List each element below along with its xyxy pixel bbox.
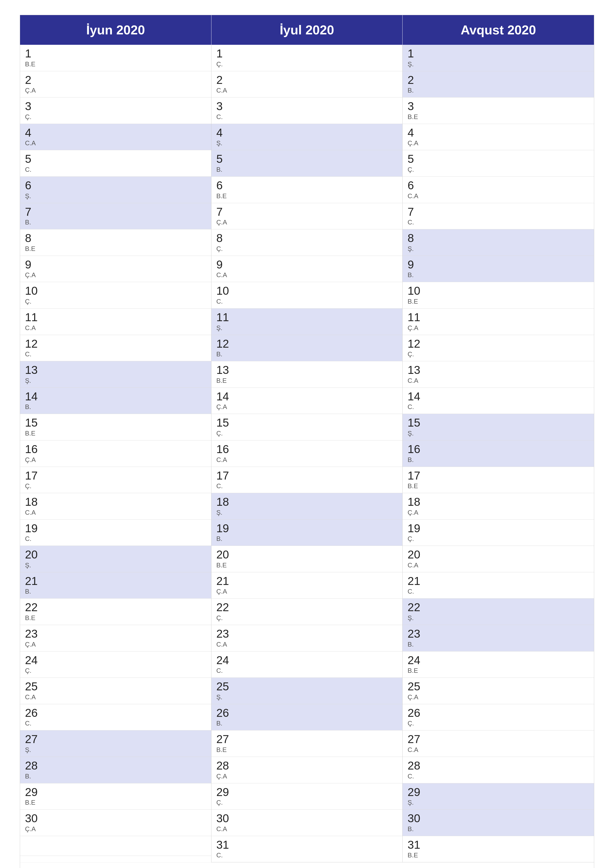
day-number: 19 bbox=[216, 522, 398, 535]
day-abbreviation: Ç.A bbox=[407, 509, 589, 516]
day-abbreviation: C. bbox=[25, 719, 206, 727]
day-cell: 26Ç. bbox=[403, 704, 594, 731]
day-cell: 23C.A bbox=[211, 625, 403, 651]
day-abbreviation: Ç. bbox=[216, 429, 398, 437]
calendar-container: İyun 2020İyul 2020Avqust 2020 1B.E2Ç.A3Ç… bbox=[20, 15, 594, 868]
day-number: 27 bbox=[407, 733, 589, 746]
day-abbreviation: B.E bbox=[407, 851, 589, 859]
day-number: 5 bbox=[407, 153, 589, 165]
day-cell: 30C.A bbox=[211, 810, 403, 836]
day-number: 2 bbox=[407, 74, 589, 86]
day-abbreviation: B. bbox=[25, 587, 206, 595]
day-cell: 6Ş. bbox=[20, 177, 211, 203]
day-cell: 11Ş. bbox=[211, 308, 403, 335]
day-cell: 17C. bbox=[211, 467, 403, 493]
day-number: 12 bbox=[25, 338, 206, 350]
day-cell: 17Ç. bbox=[20, 467, 211, 493]
day-number: 1 bbox=[25, 47, 206, 60]
day-number: 6 bbox=[407, 179, 589, 192]
day-cell: 28C. bbox=[403, 757, 594, 783]
day-cell: 18C.A bbox=[20, 493, 211, 519]
day-abbreviation: C.A bbox=[216, 271, 398, 279]
day-number: 28 bbox=[25, 760, 206, 772]
day-number: 18 bbox=[25, 496, 206, 508]
day-cell: 15Ş. bbox=[403, 414, 594, 440]
calendar-header: İyun 2020İyul 2020Avqust 2020 bbox=[20, 15, 594, 45]
day-number: 18 bbox=[216, 496, 398, 508]
day-cell: 9C.A bbox=[211, 256, 403, 282]
day-abbreviation: Ç.A bbox=[25, 641, 206, 648]
day-cell: 18Ç.A bbox=[403, 493, 594, 519]
day-abbreviation: C. bbox=[407, 219, 589, 226]
day-col-1: 1Ç.2C.A3C.4Ş.5B.6B.E7Ç.A8Ç.9C.A10C.11Ş.1… bbox=[211, 45, 403, 862]
day-abbreviation: B. bbox=[216, 350, 398, 358]
day-number: 17 bbox=[25, 470, 206, 482]
day-abbreviation: Ç. bbox=[216, 60, 398, 68]
day-abbreviation: C.A bbox=[407, 561, 589, 569]
day-number: 29 bbox=[407, 786, 589, 798]
day-number: 24 bbox=[25, 654, 206, 666]
day-abbreviation: Ş. bbox=[216, 139, 398, 147]
day-abbreviation: C.A bbox=[216, 825, 398, 833]
day-number: 14 bbox=[216, 390, 398, 403]
day-number: 16 bbox=[407, 443, 589, 456]
day-cell: 18Ş. bbox=[211, 493, 403, 519]
day-cell: 27B.E bbox=[211, 730, 403, 757]
day-abbreviation: B.E bbox=[25, 429, 206, 437]
day-abbreviation: Ç.A bbox=[216, 772, 398, 780]
day-cell: 1B.E bbox=[20, 45, 211, 71]
day-cell: 2Ç.A bbox=[20, 71, 211, 98]
day-number: 14 bbox=[25, 390, 206, 403]
day-cell: 22B.E bbox=[20, 598, 211, 625]
day-number: 25 bbox=[25, 680, 206, 693]
day-cell: 29Ş. bbox=[403, 783, 594, 810]
day-number: 12 bbox=[216, 338, 398, 350]
day-abbreviation: B.E bbox=[407, 298, 589, 305]
day-abbreviation: B. bbox=[407, 271, 589, 279]
day-number: 14 bbox=[407, 390, 589, 403]
day-number: 2 bbox=[25, 74, 206, 86]
day-number: 29 bbox=[216, 786, 398, 798]
day-abbreviation: B. bbox=[216, 719, 398, 727]
day-cell: 15B.E bbox=[20, 414, 211, 440]
day-number: 10 bbox=[216, 285, 398, 297]
day-number: 31 bbox=[407, 839, 589, 851]
day-cell: 4Ş. bbox=[211, 124, 403, 150]
day-number: 7 bbox=[407, 206, 589, 218]
day-cell: 26C. bbox=[20, 704, 211, 731]
day-number: 28 bbox=[216, 760, 398, 772]
day-cell: 25C.A bbox=[20, 678, 211, 704]
day-number: 9 bbox=[407, 258, 589, 271]
days-grid: 1B.E2Ç.A3Ç.4C.A5C.6Ş.7B.8B.E9Ç.A10Ç.11C.… bbox=[20, 45, 594, 862]
day-cell: 30B. bbox=[403, 810, 594, 836]
day-number: 30 bbox=[216, 812, 398, 825]
day-cell: 19Ç. bbox=[403, 519, 594, 546]
day-cell: 5Ç. bbox=[403, 150, 594, 177]
day-number: 10 bbox=[407, 285, 589, 297]
day-abbreviation: C.A bbox=[25, 693, 206, 701]
day-number: 23 bbox=[407, 628, 589, 640]
day-number: 7 bbox=[216, 206, 398, 218]
day-number: 22 bbox=[216, 601, 398, 614]
day-cell: 31C. bbox=[211, 836, 403, 863]
day-abbreviation: Ç.A bbox=[407, 139, 589, 147]
day-cell: 30Ç.A bbox=[20, 810, 211, 836]
day-abbreviation: Ç.A bbox=[25, 456, 206, 464]
day-abbreviation: C.A bbox=[25, 139, 206, 147]
day-number: 20 bbox=[407, 548, 589, 561]
day-abbreviation: C.A bbox=[407, 746, 589, 754]
day-cell: 4C.A bbox=[20, 124, 211, 150]
day-cell: 21C. bbox=[403, 572, 594, 599]
day-abbreviation: Ç.A bbox=[216, 403, 398, 411]
day-number: 8 bbox=[407, 232, 589, 245]
day-abbreviation: B. bbox=[216, 166, 398, 174]
day-number: 1 bbox=[216, 47, 398, 60]
day-abbreviation: Ş. bbox=[25, 561, 206, 569]
day-abbreviation: Ş. bbox=[25, 746, 206, 754]
day-cell: 21Ç.A bbox=[211, 572, 403, 599]
day-abbreviation: C. bbox=[216, 482, 398, 490]
day-cell: 6C.A bbox=[403, 177, 594, 203]
day-cell: 27C.A bbox=[403, 730, 594, 757]
day-abbreviation: Ç.A bbox=[407, 693, 589, 701]
day-cell: 7B. bbox=[20, 203, 211, 229]
